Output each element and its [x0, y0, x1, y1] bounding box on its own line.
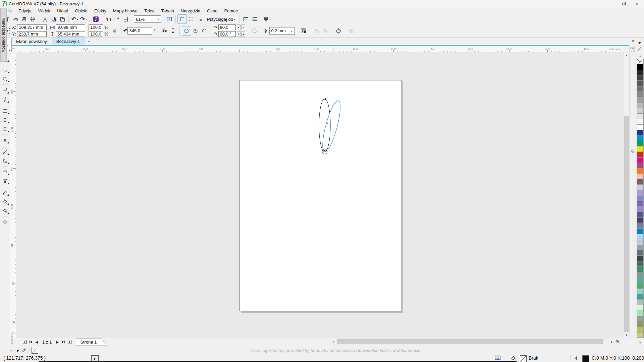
tool-transparency[interactable]	[0, 177, 10, 186]
undo-button[interactable]: ↶▾	[70, 15, 79, 23]
scroll-down-button[interactable]: ▼	[624, 332, 630, 338]
drawing-canvas[interactable]	[16, 52, 623, 338]
menu-item-mapy-bitowe[interactable]: Mapy bitowe	[110, 8, 141, 14]
docpal-scroll-left[interactable]: ‹	[28, 348, 30, 353]
palette-swatch[interactable]	[637, 332, 644, 338]
palette-swatch[interactable]	[637, 316, 644, 321]
last-page-button[interactable]	[60, 339, 66, 345]
ellipse-mode-button[interactable]	[182, 26, 191, 36]
menu-item-narzędzia[interactable]: Narzędzia	[177, 8, 204, 14]
horizontal-scrollbar[interactable]: ⋯ ‹ ›	[324, 339, 621, 345]
options-button[interactable]	[241, 15, 250, 23]
outline-width-combo[interactable]: 0,2 mm ∨	[269, 27, 295, 35]
redo-dropdown[interactable]: ▾	[86, 18, 87, 21]
tool-crop[interactable]	[0, 65, 10, 74]
tool-fill[interactable]	[0, 197, 10, 206]
palette-swatch[interactable]	[637, 255, 644, 261]
palette-swatch[interactable]	[637, 305, 644, 310]
palette-swatch[interactable]	[637, 103, 644, 108]
palette-swatch[interactable]	[637, 201, 644, 206]
save-button[interactable]	[19, 15, 28, 23]
menu-item-pomoc[interactable]: Pomoc	[221, 8, 241, 14]
task-checklist-button[interactable]	[250, 15, 259, 23]
arc-start-angle-input[interactable]: 90,0 °	[218, 24, 236, 30]
lock-ratio-button[interactable]	[110, 26, 119, 35]
palette-swatch[interactable]	[637, 206, 644, 212]
application-launcher-button[interactable]: ▾	[263, 15, 271, 23]
wrap-text-button[interactable]	[299, 26, 308, 35]
scroll-up-button[interactable]: ▲	[624, 52, 630, 58]
first-page-button[interactable]	[28, 339, 34, 345]
publish-pdf-button[interactable]: PDF	[121, 15, 130, 23]
restore-button[interactable]	[617, 0, 631, 7]
scroll-right-button[interactable]: ›	[608, 339, 614, 345]
palette-swatch[interactable]	[637, 217, 644, 223]
scale-v-input[interactable]: 100,0	[89, 31, 103, 37]
palette-swatch[interactable]	[637, 321, 644, 327]
palette-swatch[interactable]	[637, 326, 644, 332]
scale-h-input[interactable]: 100,0	[89, 24, 103, 30]
document-tab-beznazwy-1[interactable]: Beznazwy-1	[52, 38, 85, 45]
tool-polygon[interactable]	[0, 124, 10, 133]
cut-button[interactable]	[41, 15, 49, 23]
close-button[interactable]: ×	[631, 0, 644, 7]
palette-swatch[interactable]	[637, 119, 644, 124]
palette-swatch[interactable]	[637, 86, 644, 92]
palette-swatch[interactable]	[637, 75, 644, 81]
search-content-button[interactable]	[92, 15, 100, 23]
palette-swatch[interactable]	[637, 146, 644, 152]
tool-color-eyedropper[interactable]	[0, 188, 10, 197]
docker-tab-object-manager[interactable]: Menedżer obiektów	[0, 8, 7, 62]
arc-start-spin-down[interactable]: ▼	[237, 24, 240, 30]
palette-swatch[interactable]	[637, 184, 644, 190]
menu-item-okno[interactable]: Okno	[204, 8, 221, 14]
import-button[interactable]	[104, 15, 113, 23]
vertical-ruler[interactable]: 300250200150100500	[10, 52, 16, 338]
palette-swatch[interactable]	[637, 266, 644, 272]
palette-swatch[interactable]	[637, 190, 644, 196]
minimize-button[interactable]: ─	[604, 0, 617, 7]
palette-swatch[interactable]	[637, 299, 644, 305]
palette-swatch[interactable]	[637, 288, 644, 294]
mirror-vertical-button[interactable]	[169, 26, 177, 35]
tool-ellipse[interactable]	[0, 115, 10, 124]
black-ellipse-object[interactable]	[319, 99, 330, 152]
tool-artistic-media[interactable]	[0, 95, 10, 104]
palette-flyout-button[interactable]: ▶	[639, 41, 641, 44]
palette-swatch[interactable]	[637, 130, 644, 135]
arc-mode-button[interactable]	[200, 26, 209, 35]
palette-swatch[interactable]	[637, 163, 644, 168]
arc-end-angle-input[interactable]: 90,0 °	[218, 31, 236, 37]
palette-swatch[interactable]	[637, 245, 644, 250]
docpal-flyout-button[interactable]: ▶	[17, 349, 19, 352]
export-button[interactable]	[113, 15, 121, 23]
hscroll-thumb[interactable]	[337, 339, 603, 344]
to-back-of-layer-button[interactable]	[321, 26, 330, 35]
menu-item-tekst[interactable]: Tekst	[141, 8, 158, 14]
document-tab-ekran-powitalny[interactable]: Ekran powitalny	[11, 38, 52, 45]
show-grid-button[interactable]	[187, 15, 196, 23]
palette-swatch[interactable]	[637, 168, 644, 174]
object-width-input[interactable]: 9,088 mm	[56, 24, 85, 30]
palette-swatch[interactable]	[637, 223, 644, 228]
palette-swatch[interactable]	[637, 261, 644, 267]
fullscreen-preview-button[interactable]	[165, 15, 174, 23]
tool-dimension[interactable]	[0, 147, 10, 156]
tool-freehand[interactable]	[0, 86, 10, 95]
menu-item-układ[interactable]: Układ	[54, 8, 71, 14]
tool-rectangle[interactable]	[0, 106, 10, 115]
snap-settings-button[interactable]	[196, 15, 204, 23]
docpal-no-color-swatch[interactable]	[32, 347, 38, 354]
object-height-input[interactable]: 65,434 mm	[56, 31, 85, 37]
pie-mode-button[interactable]	[191, 26, 200, 35]
horizontal-ruler[interactable]: milimetry 250200150100500501001502002503…	[16, 46, 623, 53]
palette-swatch[interactable]	[637, 152, 644, 157]
open-button[interactable]	[11, 15, 19, 23]
palette-swatch[interactable]	[637, 239, 644, 245]
arc-end-spin-up[interactable]: ▲	[241, 31, 245, 37]
copy-button[interactable]	[49, 15, 58, 23]
docpal-eyedropper-icon[interactable]	[21, 348, 26, 353]
change-direction-button[interactable]	[250, 26, 259, 35]
menu-item-widok[interactable]: Widok	[35, 8, 54, 14]
menu-item-tabela[interactable]: Tabela	[158, 8, 177, 14]
